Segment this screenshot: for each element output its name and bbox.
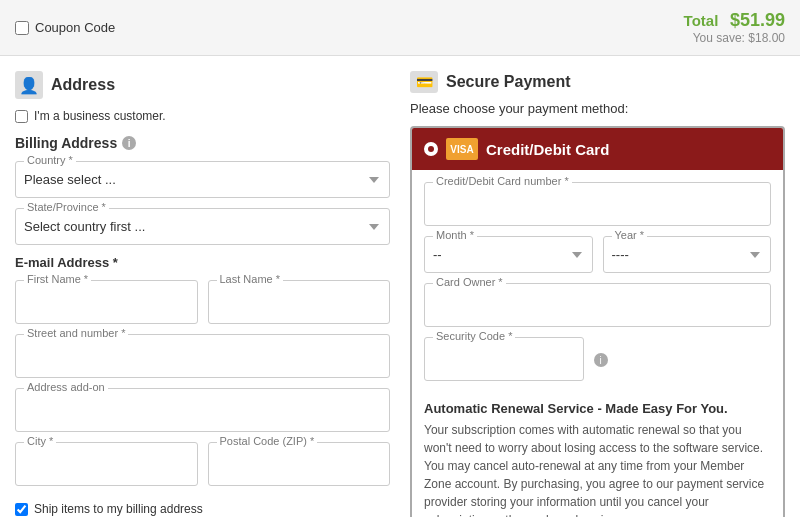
state-label: State/Province * [24, 201, 109, 213]
you-save: You save: $18.00 [684, 31, 785, 45]
name-row: First Name * Last Name * [15, 280, 390, 334]
ship-checkbox[interactable] [15, 503, 28, 516]
left-column: 👤 Address I'm a business customer. Billi… [15, 71, 390, 517]
month-field: Month * -- [424, 236, 593, 273]
postal-input[interactable] [217, 449, 382, 479]
ship-label: Ship items to my billing address [34, 502, 203, 516]
billing-title: Billing Address i [15, 135, 390, 151]
auto-renewal-title: Automatic Renewal Service - Made Easy Fo… [424, 401, 771, 416]
business-label: I'm a business customer. [34, 109, 166, 123]
city-field: City * [15, 442, 198, 486]
radio-inner [428, 146, 434, 152]
first-name-input[interactable] [24, 287, 189, 317]
city-label: City * [24, 435, 56, 447]
first-name-field: First Name * [15, 280, 198, 324]
total-area: Total $51.99 You save: $18.00 [684, 10, 785, 45]
address-addon-input[interactable] [24, 395, 381, 425]
state-select[interactable]: Select country first ... [24, 215, 381, 238]
card-owner-input[interactable] [433, 290, 762, 320]
first-name-label: First Name * [24, 273, 91, 285]
credit-card-form: Credit/Debit Card number * Month * -- Ye… [412, 170, 783, 517]
address-title-text: Address [51, 76, 115, 94]
street-label: Street and number * [24, 327, 128, 339]
total-label: Total [684, 12, 719, 29]
security-code-field: Security Code * [424, 337, 584, 381]
credit-card-header[interactable]: VISA Credit/Debit Card [412, 128, 783, 170]
address-addon-field: Address add-on [15, 388, 390, 432]
total-amount: $51.99 [730, 10, 785, 30]
last-name-field: Last Name * [208, 280, 391, 324]
main-content: 👤 Address I'm a business customer. Billi… [0, 56, 800, 517]
payment-section-title: 💳 Secure Payment [410, 71, 785, 93]
state-field: State/Province * Select country first ..… [15, 208, 390, 245]
card-number-input[interactable] [433, 189, 762, 219]
country-select[interactable]: Please select ... [24, 168, 381, 191]
month-select[interactable]: -- [433, 243, 584, 266]
coupon-area: Coupon Code [15, 20, 115, 35]
coupon-checkbox[interactable] [15, 21, 29, 35]
security-info-icon: i [594, 353, 608, 367]
business-check-area: I'm a business customer. [15, 109, 390, 123]
card-owner-field: Card Owner * [424, 283, 771, 327]
auto-renewal-text: Your subscription comes with automatic r… [424, 421, 771, 517]
business-checkbox[interactable] [15, 110, 28, 123]
year-field: Year * ---- [603, 236, 772, 273]
postal-field: Postal Code (ZIP) * [208, 442, 391, 486]
top-bar: Coupon Code Total $51.99 You save: $18.0… [0, 0, 800, 56]
address-section-title: 👤 Address [15, 71, 390, 99]
credit-card-option: VISA Credit/Debit Card Credit/Debit Card… [410, 126, 785, 517]
email-title: E-mail Address * [15, 255, 390, 270]
payment-icon: 💳 [410, 71, 438, 93]
address-icon: 👤 [15, 71, 43, 99]
city-input[interactable] [24, 449, 189, 479]
card-owner-label: Card Owner * [433, 276, 506, 288]
credit-card-radio[interactable] [424, 142, 438, 156]
street-input[interactable] [24, 341, 381, 371]
month-label: Month * [433, 229, 477, 241]
security-code-label: Security Code * [433, 330, 515, 342]
address-addon-label: Address add-on [24, 381, 108, 393]
ship-check-area: Ship items to my billing address [15, 502, 390, 516]
card-icon: VISA [446, 138, 478, 160]
auto-renewal-section: Automatic Renewal Service - Made Easy Fo… [424, 401, 771, 517]
country-label: Country * [24, 154, 76, 166]
right-column: 💳 Secure Payment Please choose your paym… [410, 71, 785, 517]
country-field: Country * Please select ... [15, 161, 390, 198]
postal-label: Postal Code (ZIP) * [217, 435, 318, 447]
coupon-label: Coupon Code [35, 20, 115, 35]
city-postal-row: City * Postal Code (ZIP) * [15, 442, 390, 496]
card-number-label: Credit/Debit Card number * [433, 175, 572, 187]
credit-card-label: Credit/Debit Card [486, 141, 609, 158]
last-name-input[interactable] [217, 287, 382, 317]
card-number-field: Credit/Debit Card number * [424, 182, 771, 226]
last-name-label: Last Name * [217, 273, 284, 285]
security-code-input[interactable] [433, 344, 573, 374]
year-label: Year * [612, 229, 648, 241]
payment-title-text: Secure Payment [446, 73, 571, 91]
year-select[interactable]: ---- [612, 243, 763, 266]
choose-method-text: Please choose your payment method: [410, 101, 785, 116]
street-field: Street and number * [15, 334, 390, 378]
billing-info-icon: i [122, 136, 136, 150]
